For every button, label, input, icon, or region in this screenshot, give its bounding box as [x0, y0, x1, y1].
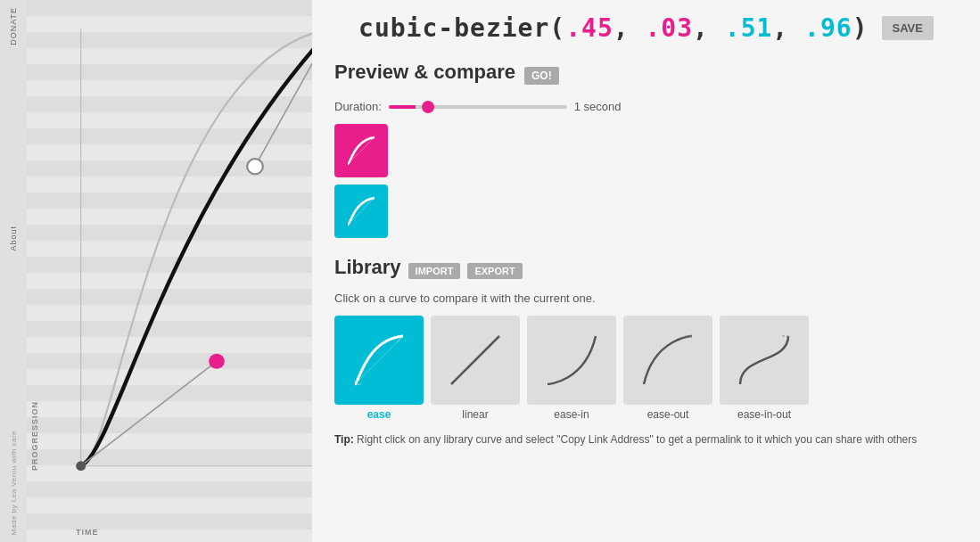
duration-row: Duration: 1 second [334, 100, 958, 113]
curve-box-ease-in[interactable] [527, 316, 616, 405]
svg-point-4 [76, 461, 86, 471]
export-button[interactable]: EXPORT [467, 263, 522, 279]
param-p4: .96 [804, 13, 852, 43]
tip-content: Right click on any library curve and sel… [354, 433, 918, 446]
tip-text: Tip: Right click on any library curve an… [334, 431, 958, 448]
curve-box-linear[interactable] [431, 316, 520, 405]
go-button[interactable]: GO! [524, 67, 559, 85]
preview-section: Preview & compare GO! Duration: 1 second [334, 61, 958, 238]
curve-box-ease[interactable] [334, 316, 424, 405]
about-button[interactable]: About [5, 222, 21, 255]
import-button[interactable]: IMPORT [408, 263, 461, 279]
svg-line-11 [451, 336, 499, 384]
time-label: TIME [76, 528, 99, 537]
curve-item-ease-in[interactable]: ease-in [527, 316, 616, 421]
duration-value: 1 second [574, 100, 622, 113]
ease-in-curve-icon [540, 329, 603, 391]
svg-line-7 [348, 198, 375, 225]
curve-box-ease-out[interactable] [623, 316, 712, 405]
control-point-1[interactable] [209, 354, 225, 369]
ease-in-out-label: ease-in-out [737, 408, 791, 421]
donate-button[interactable]: DONATE [5, 4, 21, 49]
preview-box-pink[interactable] [334, 124, 388, 177]
ease-out-curve-icon [637, 329, 699, 391]
curve-item-ease-in-out[interactable]: ease-in-out [720, 316, 809, 421]
preview-title: Preview & compare [334, 61, 515, 84]
library-section: Library IMPORT EXPORT Click on a curve t… [334, 256, 958, 448]
curve-box-ease-in-out[interactable] [720, 316, 809, 405]
control-point-2[interactable] [247, 159, 263, 174]
ease-in-label: ease-in [554, 408, 589, 421]
param-p3: .51 [725, 13, 773, 43]
curve-item-ease[interactable]: ease [334, 316, 424, 421]
svg-line-2 [81, 361, 217, 465]
save-button[interactable]: SAVE [882, 16, 934, 40]
credit-text: Made by Lea Verou with care [6, 427, 21, 538]
title-prefix: cubic-bezier( [358, 13, 565, 43]
duration-label: Duration: [334, 100, 382, 113]
cubic-bezier-title: cubic-bezier(.45, .03, .51, .96) [358, 13, 868, 43]
preview-box-teal[interactable] [334, 185, 388, 238]
ease-in-out-curve-icon [733, 329, 795, 391]
curve-pink-icon [343, 133, 379, 168]
ease-out-label: ease-out [647, 408, 689, 421]
library-description: Click on a curve to compare it with the … [334, 292, 958, 305]
linear-label: linear [462, 408, 488, 421]
preview-header: Preview & compare GO! [334, 61, 958, 91]
curves-row: ease linear ease-in [334, 316, 958, 421]
param-p2: .03 [645, 13, 693, 43]
svg-line-6 [348, 137, 375, 164]
sidebar: DONATE About Made by Lea Verou with care [0, 0, 27, 542]
library-header: Library IMPORT EXPORT [334, 256, 958, 286]
main-content: cubic-bezier(.45, .03, .51, .96) SAVE Pr… [312, 0, 980, 542]
curve-item-linear[interactable]: linear [431, 316, 520, 421]
curve-item-ease-out[interactable]: ease-out [623, 316, 712, 421]
ease-curve-icon [348, 329, 410, 391]
svg-line-8 [355, 336, 403, 384]
duration-slider[interactable] [389, 105, 567, 109]
linear-curve-icon [444, 329, 506, 391]
ease-label: ease [367, 408, 391, 421]
title-bar: cubic-bezier(.45, .03, .51, .96) SAVE [334, 13, 958, 43]
library-title: Library [334, 256, 401, 279]
curve-teal-icon [343, 193, 379, 229]
bezier-canvas[interactable]: TIME PROGRESSION [27, 0, 312, 542]
svg-line-3 [255, 29, 312, 167]
param-p1: .45 [565, 13, 614, 43]
progression-label: PROGRESSION [30, 401, 39, 471]
title-suffix: ) [852, 13, 869, 43]
tip-label: Tip: [334, 433, 354, 446]
bezier-graph-svg[interactable] [27, 0, 312, 542]
preview-boxes [334, 124, 958, 238]
